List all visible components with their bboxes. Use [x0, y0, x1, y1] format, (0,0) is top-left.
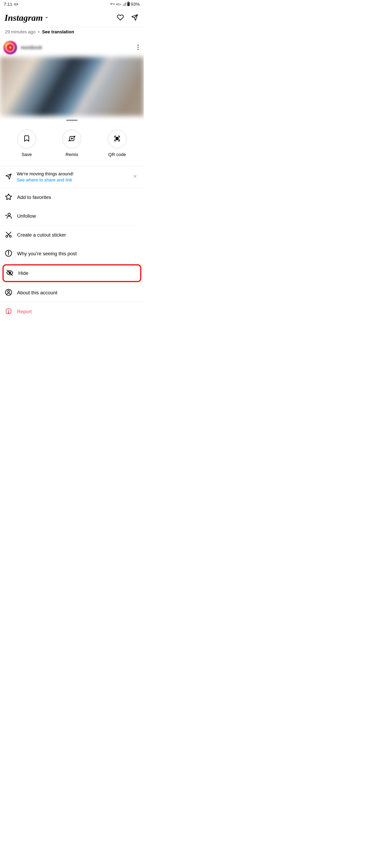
svg-rect-13 [117, 137, 118, 138]
see-translation-link[interactable]: See translation [42, 29, 74, 34]
svg-rect-15 [117, 139, 118, 140]
svg-point-8 [138, 45, 139, 46]
signal-icon [122, 2, 126, 6]
sheet-grabber[interactable] [66, 120, 78, 121]
svg-point-9 [138, 47, 139, 48]
avatar[interactable]: ♥ [3, 41, 17, 55]
menu-why-label: Why you're seeing this post [17, 251, 77, 256]
svg-point-35 [8, 312, 9, 313]
chevron-down-icon [45, 16, 49, 20]
save-action[interactable]: Save [17, 130, 36, 157]
svg-marker-19 [5, 194, 11, 200]
svg-point-3 [111, 3, 112, 5]
status-time: 7:11 [4, 2, 12, 7]
quick-actions-row: Save Remix QR code [0, 130, 144, 166]
menu-why-seeing[interactable]: Why you're seeing this post [0, 244, 144, 263]
svg-point-32 [7, 290, 9, 292]
post-image [0, 57, 144, 116]
battery-saver-icon: D [14, 2, 18, 7]
menu-hide-label: Hide [18, 270, 28, 276]
svg-rect-6 [128, 2, 130, 6]
qrcode-action[interactable]: QR code [108, 130, 127, 157]
share-notice: We're moving things around! See where to… [0, 166, 144, 188]
app-header: Instagram [0, 8, 144, 27]
star-icon [5, 193, 12, 202]
report-icon [5, 308, 12, 316]
logo-dropdown[interactable]: Instagram [4, 12, 49, 23]
dot-separator: • [38, 29, 40, 34]
menu-unfollow[interactable]: Unfollow [0, 207, 144, 225]
menu-cutout[interactable]: Create a cutout sticker [0, 226, 144, 244]
heart-icon[interactable] [117, 14, 124, 22]
save-label: Save [22, 152, 32, 157]
remix-label: Remix [65, 152, 78, 157]
svg-rect-12 [116, 137, 117, 138]
hide-highlight-annotation: Hide [2, 264, 141, 282]
remix-action[interactable]: Remix [62, 130, 81, 157]
menu-favorites[interactable]: Add to favorites [0, 188, 144, 207]
scissors-icon [5, 231, 12, 239]
battery-percentage: 93% [131, 2, 140, 7]
instagram-logo: Instagram [4, 12, 43, 23]
close-icon[interactable] [132, 173, 138, 181]
account-icon [5, 289, 12, 297]
svg-point-20 [8, 213, 10, 216]
menu-favorites-label: Add to favorites [17, 194, 51, 200]
qrcode-label: QR code [108, 152, 126, 157]
svg-rect-14 [116, 139, 117, 140]
notice-line1: We're moving things around! [17, 171, 132, 177]
notice-link[interactable]: See where to share and link [17, 177, 132, 183]
unfollow-icon [5, 212, 12, 220]
options-bottom-sheet: Save Remix QR code We're moving things [0, 120, 144, 321]
menu-hide[interactable]: Hide [4, 266, 140, 281]
status-bar: 7:11 D 4G+ 93% [0, 0, 144, 8]
svg-text:D: D [15, 4, 16, 5]
messenger-send-icon[interactable] [131, 14, 138, 22]
post-meta: 29 minutes ago • See translation [0, 27, 144, 38]
svg-point-10 [138, 49, 139, 50]
post-time: 29 minutes ago [5, 29, 35, 34]
remix-icon [68, 135, 76, 143]
network-type-label: 4G+ [116, 3, 121, 6]
menu-unfollow-label: Unfollow [17, 213, 36, 219]
menu-about-label: About this account [17, 290, 57, 296]
battery-icon [127, 2, 130, 7]
svg-rect-1 [17, 4, 18, 5]
menu-cutout-label: Create a cutout sticker [17, 232, 66, 238]
bookmark-icon [23, 135, 30, 143]
post-username[interactable]: monibook [21, 45, 42, 50]
vpn-key-icon [110, 2, 115, 6]
send-icon [5, 173, 12, 181]
menu-report-label: Report [17, 309, 32, 314]
qrcode-icon [113, 135, 121, 143]
svg-point-28 [8, 251, 9, 252]
info-icon [5, 250, 12, 258]
eye-off-icon [6, 269, 13, 277]
post-more-button[interactable] [136, 43, 140, 52]
post-author-row: ♥ monibook [0, 38, 144, 57]
menu-about-account[interactable]: About this account [0, 283, 144, 302]
menu-report[interactable]: Report [0, 302, 144, 321]
